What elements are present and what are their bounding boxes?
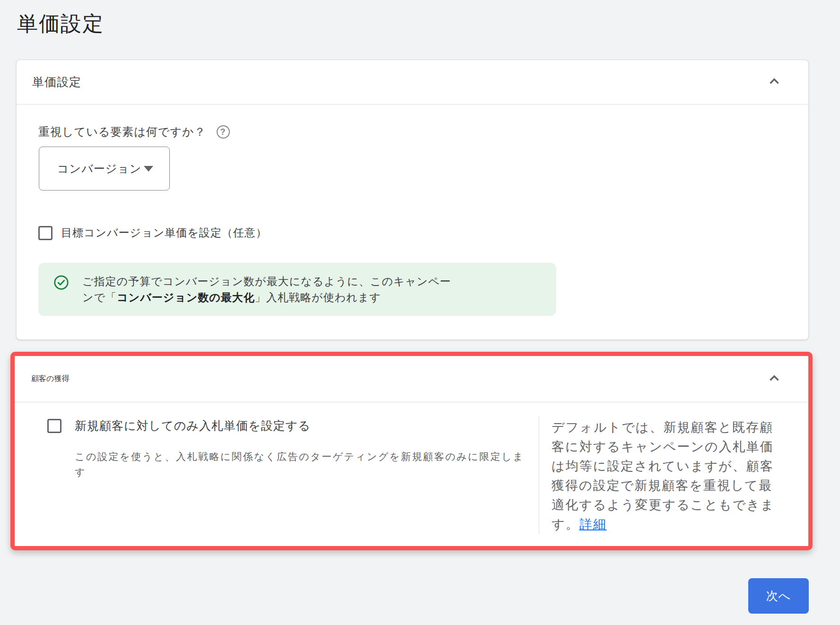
new-customer-only-checkbox[interactable] bbox=[47, 419, 61, 433]
help-circle-icon[interactable]: ? bbox=[217, 125, 230, 139]
customer-acquisition-card-header: 顧客の獲得 bbox=[15, 356, 808, 402]
chevron-up-icon bbox=[766, 73, 782, 91]
new-customer-only-checkbox-label: 新規顧客に対してのみ入札単価を設定する bbox=[75, 418, 311, 434]
focus-question-label: 重視している要素は何ですか？ bbox=[38, 124, 206, 139]
bid-settings-card-header: 単価設定 bbox=[17, 60, 808, 104]
arrow-dropdown-icon bbox=[144, 166, 153, 172]
focus-dropdown-value: コンバージョン bbox=[57, 161, 141, 176]
customer-acquisition-highlight-frame: 顧客の獲得 新規顧客に対してのみ入札単価を設定する この設定を使うと、入札戦略に… bbox=[10, 352, 813, 550]
bid-settings-card: 単価設定 重視している要素は何ですか？ ? コンバージョン 目標コンバージョン単… bbox=[16, 60, 809, 340]
bid-settings-page: { "page": { "title": "単価設定" }, "bid_sett… bbox=[0, 0, 840, 625]
page-title: 単価設定 bbox=[17, 11, 840, 36]
side-note-text: デフォルトでは、新規顧客と既存顧客に対するキャンペーンの入札単価は均等に設定され… bbox=[551, 418, 775, 534]
next-button[interactable]: 次へ bbox=[748, 578, 809, 614]
focus-dropdown[interactable]: コンバージョン bbox=[39, 147, 170, 191]
bid-settings-collapse-button[interactable] bbox=[765, 73, 784, 92]
learn-more-link[interactable]: 詳細 bbox=[579, 517, 607, 531]
target-cpa-checkbox[interactable] bbox=[38, 226, 52, 240]
bid-settings-card-title: 単価設定 bbox=[32, 74, 81, 90]
customer-acquisition-card-title: 顧客の獲得 bbox=[31, 374, 69, 384]
customer-acquisition-card-body: 新規顧客に対してのみ入札単価を設定する この設定を使うと、入札戦略に関係なく広告… bbox=[15, 402, 808, 546]
bid-settings-card-body: 重視している要素は何ですか？ ? コンバージョン 目標コンバージョン単価を設定（… bbox=[17, 104, 808, 339]
customer-acquisition-collapse-button[interactable] bbox=[765, 370, 784, 389]
target-cpa-checkbox-label: 目標コンバージョン単価を設定（任意） bbox=[61, 226, 267, 240]
footer: 次へ bbox=[0, 578, 840, 614]
customer-acquisition-side-note: デフォルトでは、新規顧客と既存顧客に対するキャンペーンの入札単価は均等に設定され… bbox=[539, 417, 808, 534]
chevron-up-icon bbox=[766, 370, 782, 388]
check-circle-icon bbox=[53, 275, 69, 292]
bid-strategy-notice-text: ご指定の予算でコンバージョン数が最大になるように、このキャンペーンで「コンバージ… bbox=[82, 273, 461, 305]
bid-strategy-notice: ご指定の予算でコンバージョン数が最大になるように、このキャンペーンで「コンバージ… bbox=[38, 263, 556, 316]
new-customer-only-description: この設定を使うと、入札戦略に関係なく広告のターゲティングを新規顧客のみに限定しま… bbox=[75, 449, 526, 480]
customer-acquisition-settings: 新規顧客に対してのみ入札単価を設定する この設定を使うと、入札戦略に関係なく広告… bbox=[15, 402, 539, 546]
